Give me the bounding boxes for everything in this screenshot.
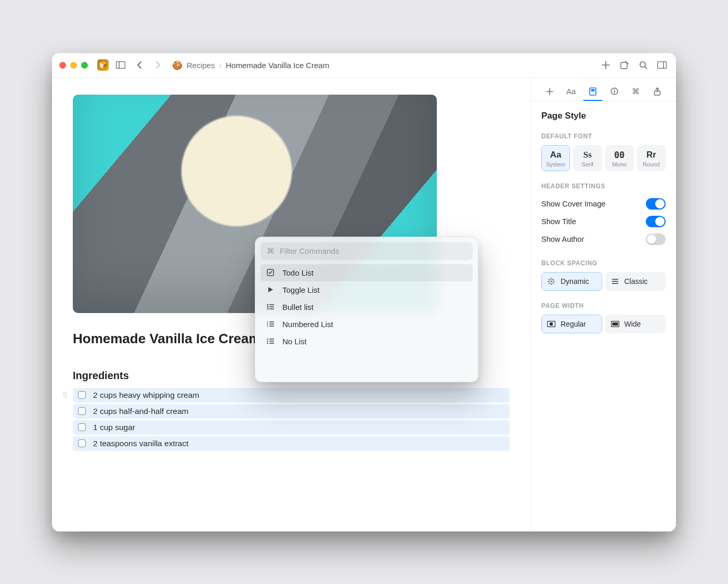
font-option-system[interactable]: Aa System xyxy=(541,145,570,171)
svg-rect-52 xyxy=(550,322,553,326)
plus-icon xyxy=(602,61,610,69)
todo-list: 2 cups heavy whipping cream 2 cups half-… xyxy=(73,388,510,451)
font-option-round[interactable]: Rr Round xyxy=(637,145,666,171)
font-sample: Aa xyxy=(542,150,569,160)
info-icon xyxy=(610,87,618,95)
minimize-window-button[interactable] xyxy=(70,62,77,69)
classic-spacing-icon xyxy=(611,278,619,284)
nav-forward-button[interactable] xyxy=(151,58,165,72)
svg-line-45 xyxy=(553,282,553,283)
todo-item[interactable]: 1 cup sugar xyxy=(73,420,510,435)
breadcrumb-separator: › xyxy=(219,61,222,70)
inspector-tab-shortcuts[interactable]: ⌘ xyxy=(627,83,645,101)
toggle-sidebar-button[interactable] xyxy=(114,58,127,72)
nav-back-button[interactable] xyxy=(133,58,146,72)
section-label-header-settings: HEADER SETTINGS xyxy=(541,183,666,190)
inspector-tab-page-style[interactable] xyxy=(583,83,602,101)
width-option-wide[interactable]: Wide xyxy=(605,315,666,333)
checkbox-icon[interactable] xyxy=(78,423,86,431)
font-label: System xyxy=(542,161,569,167)
palette-item-toggle-list[interactable]: Toggle List xyxy=(261,281,473,299)
breadcrumb: 🍪 Recipes › Homemade Vanilla Ice Cream xyxy=(172,60,329,70)
font-sample: 00 xyxy=(606,150,633,160)
palette-item-label: Bullet list xyxy=(282,303,314,312)
palette-item-bullet-list[interactable]: Bullet list xyxy=(261,299,473,316)
font-sample: Rr xyxy=(638,150,665,160)
checkbox-icon[interactable] xyxy=(78,391,86,399)
compose-button[interactable] xyxy=(618,58,631,72)
todo-item-text: 2 teaspoons vanilla extract xyxy=(93,439,189,448)
svg-rect-4 xyxy=(621,62,627,69)
inspector-tabs: Aa ⌘ xyxy=(531,78,676,101)
inspector-tab-add[interactable] xyxy=(540,83,559,101)
close-window-button[interactable] xyxy=(59,62,66,69)
checkbox-icon[interactable] xyxy=(78,407,86,415)
breadcrumb-current[interactable]: Homemade Vanilla Ice Cream xyxy=(226,61,329,70)
svg-point-39 xyxy=(551,280,552,281)
toggle-label: Show Author xyxy=(541,235,584,243)
spacing-option-label: Dynamic xyxy=(561,277,589,285)
svg-line-44 xyxy=(549,279,550,279)
todo-item[interactable]: 2 teaspoons vanilla extract xyxy=(73,436,510,451)
palette-item-numbered-list[interactable]: 123 Numbered List xyxy=(261,316,473,333)
editor: Homemade Vanilla Ice Cream Ingredients ⠿… xyxy=(52,78,530,531)
font-option-serif[interactable]: Ss Serif xyxy=(573,145,602,171)
breadcrumb-parent[interactable]: Recipes xyxy=(187,61,215,70)
width-option-regular[interactable]: Regular xyxy=(541,315,602,333)
svg-line-46 xyxy=(549,282,550,283)
no-list-icon xyxy=(266,338,275,344)
svg-point-14 xyxy=(267,306,269,308)
checkbox-icon[interactable] xyxy=(78,439,86,447)
toggle-label: Show Cover Image xyxy=(541,200,605,208)
window-controls xyxy=(59,62,88,69)
toggle-row-cover: Show Cover Image xyxy=(541,195,666,213)
svg-line-7 xyxy=(645,67,647,69)
spacing-option-dynamic[interactable]: Dynamic xyxy=(541,272,602,291)
todo-item[interactable]: 2 cups heavy whipping cream xyxy=(73,388,510,403)
search-icon xyxy=(639,61,647,69)
svg-point-16 xyxy=(267,308,269,310)
font-picker: Aa System Ss Serif 00 Mono Rr Round xyxy=(541,145,666,171)
toggle-inspector-button[interactable] xyxy=(655,58,669,72)
toggle-row-author: Show Author xyxy=(541,230,666,248)
chevron-left-icon xyxy=(137,61,142,69)
svg-rect-0 xyxy=(116,62,125,69)
share-icon xyxy=(654,87,661,96)
palette-item-label: Toggle List xyxy=(282,285,320,294)
svg-marker-11 xyxy=(268,287,273,292)
compose-icon xyxy=(620,61,629,69)
app-window: 🍞 🍪 Recipes › Homemade Vanilla Ice Cream xyxy=(52,53,676,531)
palette-item-label: No List xyxy=(282,337,307,346)
inspector-tab-share[interactable] xyxy=(648,83,667,101)
font-label: Serif xyxy=(574,161,601,167)
spacing-option-classic[interactable]: Classic xyxy=(605,272,666,291)
palette-item-todo-list[interactable]: Todo List xyxy=(261,264,473,281)
spacing-option-label: Classic xyxy=(625,277,648,285)
toggle-show-title[interactable] xyxy=(646,216,666,227)
toggle-list-icon xyxy=(266,287,275,293)
svg-rect-54 xyxy=(612,322,618,326)
todo-item-text: 1 cup sugar xyxy=(93,423,135,432)
command-palette-search[interactable]: ⌘ Filter Commands xyxy=(261,242,473,260)
bullet-list-icon xyxy=(266,304,275,310)
new-button[interactable] xyxy=(599,58,613,72)
inspector-panel: Aa ⌘ Page Style DEFAULT FONT Aa xyxy=(530,78,676,531)
panel-right-icon xyxy=(657,61,667,69)
section-label-page-width: PAGE WIDTH xyxy=(541,302,666,309)
app-icon: 🍞 xyxy=(97,59,109,71)
search-button[interactable] xyxy=(636,58,650,72)
section-label-default-font: DEFAULT FONT xyxy=(541,133,666,140)
chevron-right-icon xyxy=(155,61,161,69)
inspector-tab-info[interactable] xyxy=(605,83,624,101)
toggle-show-author[interactable] xyxy=(646,233,666,245)
font-option-mono[interactable]: 00 Mono xyxy=(605,145,634,171)
page-style-icon xyxy=(589,87,596,96)
fullscreen-window-button[interactable] xyxy=(81,62,88,69)
palette-item-no-list[interactable]: No List xyxy=(261,333,473,350)
inspector-tab-text[interactable]: Aa xyxy=(562,83,581,101)
drag-handle-icon[interactable]: ⠿ xyxy=(62,391,69,399)
svg-point-12 xyxy=(267,304,269,306)
toggle-show-cover[interactable] xyxy=(646,198,666,210)
command-key-icon: ⌘ xyxy=(267,246,275,256)
todo-item[interactable]: 2 cups half-and-half cream xyxy=(73,404,510,419)
